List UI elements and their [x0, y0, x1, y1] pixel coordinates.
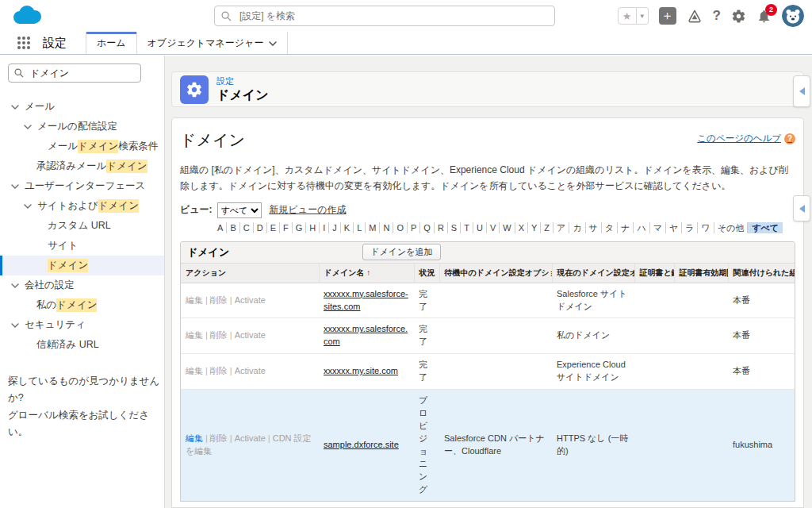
- column-header[interactable]: 関連付けられた組織: [728, 264, 795, 283]
- index-letter-link[interactable]: ヤ: [666, 222, 682, 233]
- guidance-center-icon[interactable]: [687, 9, 703, 24]
- sidebar-item-label: カスタム URL: [48, 219, 111, 233]
- index-letter-link[interactable]: W: [500, 222, 515, 233]
- sidebar-quick-find-input[interactable]: [29, 67, 135, 79]
- avatar[interactable]: [782, 5, 804, 27]
- sidebar-item-sites[interactable]: サイト: [0, 236, 164, 256]
- global-search[interactable]: [214, 6, 555, 26]
- index-letter-link[interactable]: Q: [420, 222, 435, 233]
- sidebar-item-domains[interactable]: ドメイン: [0, 256, 164, 275]
- index-letter-link[interactable]: M: [366, 222, 380, 233]
- sidebar-item-email[interactable]: メール: [0, 97, 164, 117]
- index-letter-link[interactable]: Z: [541, 222, 553, 233]
- index-letter-link[interactable]: その他: [714, 222, 749, 233]
- index-letter-link[interactable]: タ: [602, 222, 618, 233]
- page-title: ドメイン: [180, 129, 245, 151]
- sidebar-item-trusted-urls[interactable]: 信頼済み URL: [0, 335, 164, 355]
- chevron-down-icon: [24, 204, 32, 209]
- domain-link[interactable]: xxxxxx.my.salesforce-sites.com: [324, 289, 408, 311]
- add-domain-button[interactable]: ドメインを追加: [362, 244, 440, 260]
- column-header[interactable]: 現在のドメイン設定オプション: [552, 264, 634, 283]
- column-header[interactable]: ドメイン名 ↑: [319, 264, 414, 283]
- column-header[interactable]: 待機中のドメイン設定オプション: [439, 264, 552, 283]
- index-letter-link[interactable]: L: [354, 222, 366, 233]
- setup-gear-icon[interactable]: [731, 9, 746, 24]
- quick-create-button[interactable]: ＋: [659, 7, 676, 25]
- index-letter-link[interactable]: B: [227, 222, 239, 233]
- sidebar-item-security[interactable]: セキュリティ: [0, 315, 164, 335]
- chevron-down-icon: [24, 125, 32, 129]
- table-row: 編集|削除|Activatexxxxxx.my.salesforce.com完了…: [181, 318, 795, 354]
- index-letter-link[interactable]: I: [320, 222, 329, 233]
- sidebar-item-company-settings[interactable]: 会社の設定: [0, 275, 164, 295]
- index-letter-link[interactable]: F: [280, 222, 293, 233]
- sidebar-item-email-delivery[interactable]: メールの配信設定: [0, 117, 164, 137]
- index-letter-link[interactable]: U: [473, 222, 487, 233]
- index-letter-link[interactable]: K: [341, 222, 354, 233]
- sidebar-item-custom-urls[interactable]: カスタム URL: [0, 216, 164, 236]
- row-action: 編集: [186, 295, 203, 305]
- status-cell: 完了: [414, 354, 439, 390]
- sidebar-item-label: セキュリティ: [25, 318, 86, 332]
- column-header[interactable]: アクション: [181, 264, 319, 283]
- index-letter-link[interactable]: D: [254, 222, 267, 233]
- index-letter-link[interactable]: ア: [553, 222, 569, 233]
- sidebar-item-my-domain[interactable]: 私のドメイン: [0, 295, 164, 315]
- index-all-link[interactable]: すべて: [748, 222, 783, 233]
- help-for-page-link[interactable]: このページのヘルプ ?: [697, 133, 795, 144]
- sidebar-item-email-domain-filter[interactable]: メールドメイン検索条件: [0, 137, 164, 156]
- domain-link[interactable]: sample.dxforce.site: [324, 440, 399, 449]
- table-row: 編集|削除|Activatexxxxxx.my.site.com完了Experi…: [181, 354, 795, 390]
- status-cell: 完了: [414, 318, 439, 354]
- index-letter-link[interactable]: V: [487, 222, 500, 233]
- index-letter-link[interactable]: E: [267, 222, 280, 233]
- index-letter-link[interactable]: O: [393, 222, 408, 233]
- help-icon[interactable]: ?: [713, 8, 721, 24]
- index-letter-link[interactable]: マ: [650, 222, 666, 233]
- index-letter-link[interactable]: A: [214, 222, 227, 233]
- domain-link[interactable]: xxxxxx.my.site.com: [324, 366, 398, 375]
- global-search-input[interactable]: [238, 10, 548, 22]
- sidebar-quick-find[interactable]: [8, 64, 141, 83]
- create-new-view-link[interactable]: 新規ビューの作成: [270, 203, 347, 217]
- cert-expiry-cell: [674, 318, 728, 354]
- tab-object-manager[interactable]: オブジェクトマネージャー: [136, 32, 289, 54]
- index-letter-link[interactable]: T: [461, 222, 473, 233]
- index-letter-link[interactable]: J: [329, 222, 341, 233]
- tab-label: ホーム: [97, 37, 126, 50]
- sidebar-item-sites-and-domains[interactable]: サイトおよびドメイン: [0, 196, 164, 216]
- index-letter-link[interactable]: ラ: [682, 222, 698, 233]
- index-letter-link[interactable]: ワ: [698, 222, 714, 233]
- notifications-bell-icon[interactable]: 2: [756, 9, 772, 24]
- index-letter-link[interactable]: ハ: [634, 222, 649, 233]
- column-header[interactable]: 証明書と鍵: [634, 264, 674, 283]
- row-action[interactable]: 編集: [186, 433, 203, 443]
- index-letter-link[interactable]: サ: [586, 222, 602, 233]
- sidebar-hint: 探しているものが見つかりませんか? グローバル検索をお試しください。: [8, 373, 164, 441]
- view-select[interactable]: すべて: [217, 202, 262, 218]
- index-letter-link[interactable]: C: [240, 222, 254, 233]
- collapse-panel-handle[interactable]: [793, 195, 810, 221]
- index-letter-link[interactable]: カ: [569, 222, 585, 233]
- index-letter-link[interactable]: H: [306, 222, 320, 233]
- collapse-panel-handle[interactable]: [793, 75, 810, 107]
- index-letter-link[interactable]: P: [408, 222, 420, 233]
- column-header[interactable]: 状況: [414, 264, 439, 283]
- index-letter-link[interactable]: Y: [528, 222, 541, 233]
- notification-count-badge: 2: [765, 4, 777, 16]
- domain-link[interactable]: xxxxxx.my.salesforce.com: [324, 324, 408, 346]
- favorites-dropdown-button[interactable]: ▼: [637, 7, 649, 25]
- index-letter-link[interactable]: R: [435, 222, 448, 233]
- app-launcher-icon[interactable]: [17, 37, 30, 49]
- tab-home[interactable]: ホーム: [86, 32, 136, 54]
- index-letter-link[interactable]: X: [515, 222, 528, 233]
- current-option-cell: Salesforce サイトドメイン: [552, 283, 634, 318]
- index-letter-link[interactable]: N: [380, 222, 393, 233]
- sidebar-item-approved-email-domains[interactable]: 承認済みメールドメイン: [0, 156, 164, 176]
- column-header[interactable]: 証明書有効期限: [674, 264, 728, 283]
- index-letter-link[interactable]: S: [448, 222, 461, 233]
- index-letter-link[interactable]: ナ: [618, 222, 634, 233]
- sidebar-item-user-interface[interactable]: ユーザーインターフェース: [0, 176, 164, 196]
- favorites-star-button[interactable]: ★: [618, 7, 637, 25]
- index-letter-link[interactable]: G: [293, 222, 307, 233]
